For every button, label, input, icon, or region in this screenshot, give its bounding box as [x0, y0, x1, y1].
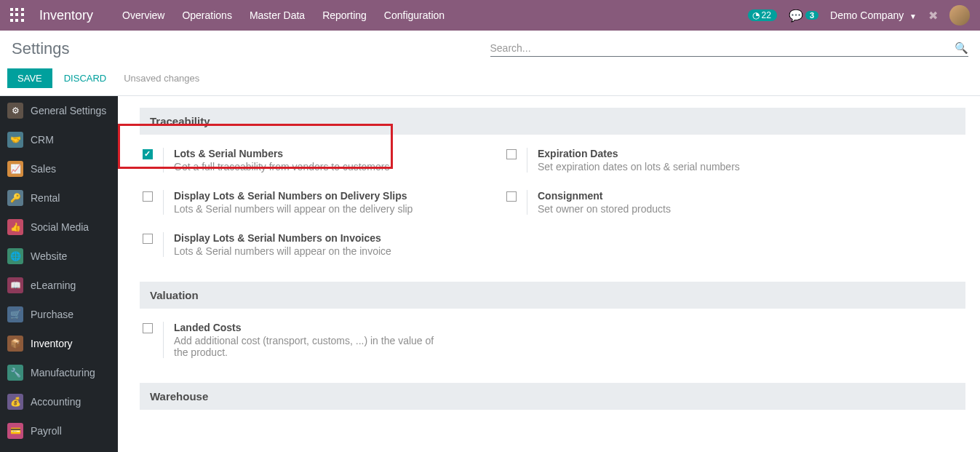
globe-icon: 🌐: [7, 248, 23, 264]
sidebar-item-general[interactable]: ⚙ General Settings: [0, 96, 118, 125]
setting-lots-serial: Lots & Serial Numbers Get a full traceab…: [140, 143, 474, 177]
company-selector[interactable]: Demo Company ▼: [830, 9, 917, 21]
sidebar-item-purchase[interactable]: 🛒 Purchase: [0, 300, 118, 329]
chat-icon: 💬: [789, 9, 803, 23]
clock-badge[interactable]: ◔ 22: [748, 9, 777, 21]
debug-icon[interactable]: ✖: [928, 9, 938, 23]
setting-desc: Lots & Serial numbers will appear on the…: [174, 245, 391, 257]
sidebar-item-label: Purchase: [31, 309, 73, 320]
cart-icon: 🛒: [7, 306, 23, 322]
gear-icon: ⚙: [7, 103, 23, 119]
divider: [527, 190, 527, 215]
app-name[interactable]: Inventory: [39, 8, 93, 23]
menu-operations[interactable]: Operations: [182, 9, 231, 21]
main-area: ⚙ General Settings 🤝 CRM 📈 Sales 🔑 Renta…: [0, 96, 980, 452]
setting-consignment: Consignment Set owner on stored products: [503, 186, 809, 219]
sidebar-item-social[interactable]: 👍 Social Media: [0, 213, 118, 242]
checkbox-lots-serial[interactable]: [143, 149, 153, 159]
search-input[interactable]: [490, 42, 955, 54]
save-button[interactable]: SAVE: [7, 68, 52, 88]
sidebar-item-label: Rental: [31, 192, 60, 204]
checkbox-display-invoice[interactable]: [143, 234, 153, 244]
sidebar-item-sales[interactable]: 📈 Sales: [0, 154, 118, 183]
sidebar-item-label: CRM: [31, 134, 54, 146]
setting-title: Display Lots & Serial Numbers on Invoice…: [174, 232, 391, 244]
main-menu: Overview Operations Master Data Reportin…: [122, 9, 748, 21]
setting-display-invoice: Display Lots & Serial Numbers on Invoice…: [140, 228, 474, 261]
sidebar-item-label: Website: [31, 250, 67, 262]
sidebar-item-website[interactable]: 🌐 Website: [0, 242, 118, 271]
divider: [163, 190, 164, 215]
setting-title: Consignment: [538, 190, 671, 202]
sidebar-item-label: Sales: [31, 163, 56, 175]
setting-desc: Get a full traceability from vendors to …: [174, 161, 389, 173]
clock-icon: ◔: [752, 10, 760, 20]
section-valuation-title: Valuation: [140, 282, 965, 309]
settings-sidebar[interactable]: ⚙ General Settings 🤝 CRM 📈 Sales 🔑 Renta…: [0, 96, 118, 452]
setting-title: Lots & Serial Numbers: [174, 148, 389, 159]
setting-desc: Set owner on stored products: [538, 203, 671, 215]
unsaved-label: Unsaved changes: [124, 73, 199, 84]
page-title: Settings: [12, 39, 490, 58]
sidebar-item-label: Inventory: [31, 338, 73, 349]
section-traceability-title: Traceability: [140, 108, 965, 135]
sidebar-item-label: Social Media: [31, 221, 89, 233]
company-name: Demo Company: [830, 9, 904, 21]
checkbox-consignment[interactable]: [506, 191, 517, 202]
clock-count: 22: [762, 10, 771, 20]
discard-button[interactable]: DISCARD: [61, 68, 110, 88]
apps-icon[interactable]: [10, 8, 25, 23]
setting-title: Display Lots & Serial Numbers on Deliver…: [174, 190, 413, 202]
checkbox-landed-costs[interactable]: [143, 323, 153, 333]
search-icon[interactable]: 🔍: [955, 41, 968, 55]
setting-display-delivery: Display Lots & Serial Numbers on Deliver…: [140, 186, 474, 219]
avatar[interactable]: [949, 5, 970, 25]
menu-reporting[interactable]: Reporting: [322, 9, 367, 21]
sidebar-item-label: Manufacturing: [31, 367, 95, 378]
sidebar-item-elearning[interactable]: 📖 eLearning: [0, 271, 118, 300]
top-navbar: Inventory Overview Operations Master Dat…: [0, 0, 980, 31]
sidebar-item-payroll[interactable]: 💳 Payroll: [0, 416, 118, 445]
setting-desc: Add additional cost (transport, customs,…: [174, 335, 436, 358]
sidebar-item-crm[interactable]: 🤝 CRM: [0, 125, 118, 154]
menu-master-data[interactable]: Master Data: [250, 9, 305, 21]
setting-desc: Set expiration dates on lots & serial nu…: [538, 161, 740, 173]
payroll-icon: 💳: [7, 423, 23, 439]
setting-desc: Lots & Serial numbers will appear on the…: [174, 203, 413, 215]
navbar-right: ◔ 22 💬 3 Demo Company ▼ ✖: [748, 5, 970, 25]
sidebar-item-label: Payroll: [31, 425, 62, 437]
setting-expiration: Expiration Dates Set expiration dates on…: [503, 143, 809, 177]
sidebar-item-label: Accounting: [31, 396, 81, 408]
sidebar-item-accounting[interactable]: 💰 Accounting: [0, 387, 118, 416]
setting-title: Expiration Dates: [538, 148, 740, 159]
sidebar-item-manufacturing[interactable]: 🔧 Manufacturing: [0, 358, 118, 387]
divider: [163, 322, 164, 358]
divider: [163, 148, 164, 173]
thumb-icon: 👍: [7, 219, 23, 235]
setting-landed-costs: Landed Costs Add additional cost (transp…: [140, 317, 474, 362]
wrench-icon: 🔧: [7, 365, 23, 381]
handshake-icon: 🤝: [7, 132, 23, 148]
sidebar-item-inventory[interactable]: 📦 Inventory: [0, 329, 118, 358]
divider: [163, 232, 164, 257]
setting-title: Landed Costs: [174, 322, 436, 333]
menu-configuration[interactable]: Configuration: [384, 9, 445, 21]
sidebar-item-label: eLearning: [31, 279, 76, 291]
box-icon: 📦: [7, 336, 23, 352]
money-icon: 💰: [7, 394, 23, 410]
chat-badge[interactable]: 💬 3: [789, 9, 818, 23]
chevron-down-icon: ▼: [909, 12, 917, 20]
divider: [527, 148, 527, 173]
chart-icon: 📈: [7, 161, 23, 177]
sidebar-item-rental[interactable]: 🔑 Rental: [0, 183, 118, 213]
section-warehouse-title: Warehouse: [140, 383, 965, 410]
settings-content[interactable]: Traceability Lots & Serial Numbers Get a…: [118, 96, 980, 452]
checkbox-display-delivery[interactable]: [143, 191, 153, 202]
sidebar-item-label: General Settings: [31, 105, 106, 116]
search-wrap: 🔍: [490, 41, 969, 57]
checkbox-expiration[interactable]: [506, 149, 517, 159]
menu-overview[interactable]: Overview: [122, 9, 164, 21]
key-icon: 🔑: [7, 190, 23, 206]
control-panel: Settings 🔍 SAVE DISCARD Unsaved changes: [0, 31, 980, 96]
chat-count: 3: [805, 11, 818, 20]
